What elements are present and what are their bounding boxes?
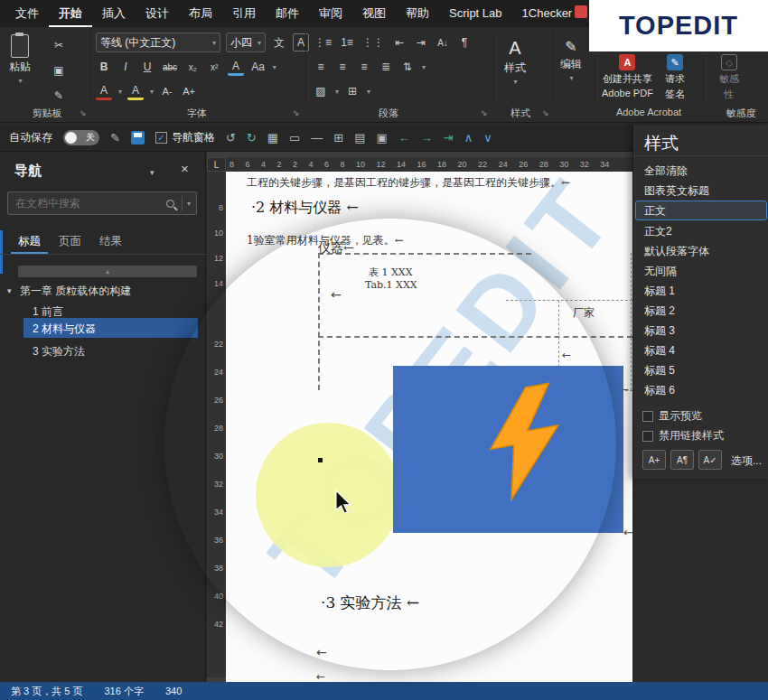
paragraph-launcher-icon[interactable]: ⇘ [481,108,488,117]
font-size-select[interactable]: 小四 ▾ [226,33,266,52]
align-center-icon[interactable]: ≡ [334,58,351,76]
styles-gallery-button[interactable]: A 样式 ▾ [504,38,526,86]
insert-object-icon[interactable]: ▣ [377,131,388,145]
line-spacing-icon[interactable]: ⇅ [399,58,416,76]
grow-font-icon[interactable]: A+ [181,82,197,100]
italic-icon[interactable]: I [117,58,134,76]
font-color-icon[interactable]: A [96,82,112,100]
blue-rectangle-image[interactable] [393,366,623,533]
search-icon[interactable] [166,200,174,208]
collapse-triangle-icon[interactable]: ▾ [7,286,12,295]
font-launcher-icon[interactable]: ⇘ [293,108,300,117]
underline-icon[interactable]: U [139,58,155,76]
tab-script-lab[interactable]: Script Lab [439,0,512,27]
insert-rows-icon[interactable]: ▤ [354,131,365,145]
shrink-font-icon[interactable]: A- [159,82,175,100]
nav-scrollbar[interactable]: ▴ [18,266,197,277]
show-marks-icon[interactable]: ¶ [456,33,473,51]
editing-button[interactable]: ✎ 编辑 ▾ [560,38,582,82]
nav-item-chapter1[interactable]: 第一章 质粒载体的构建 [20,284,131,299]
nav-item-methods[interactable]: 3 实验方法 [33,344,85,359]
create-share-pdf-button[interactable]: A 创建并共享 Adobe PDF [602,54,653,98]
style-heading5[interactable]: 标题 5 [633,360,768,380]
disable-linked-checkbox[interactable] [642,431,653,442]
text-box-icon[interactable]: ▭ [289,131,300,145]
horizontal-ruler[interactable]: 8 6 4 2 2 4 6 8 10 12 14 16 18 20 22 24 … [226,157,632,172]
style-heading1[interactable]: 标题 1 [633,281,768,301]
yellow-circle-shape[interactable] [256,423,400,567]
align-right-icon[interactable]: ≡ [356,58,372,76]
nav-item-materials[interactable]: 2 材料与仪器 [33,322,96,337]
style-heading4[interactable]: 标题 4 [633,341,768,360]
nav-tab-headings[interactable]: 标题 [11,229,48,254]
style-heading2[interactable]: 标题 2 [633,301,768,321]
nav-pane-checkbox[interactable]: ✓ [155,132,167,144]
style-no-spacing[interactable]: 无间隔 [633,261,768,281]
subscript-icon[interactable]: x₂ [184,58,201,76]
tab-1checker[interactable]: 1Checker [512,0,583,27]
style-clear-all[interactable]: 全部清除 [633,161,768,181]
multilevel-list-icon[interactable]: ⋮⋮ [361,33,386,51]
clipboard-launcher-icon[interactable]: ⇘ [80,108,87,117]
tab-stop-selector[interactable]: L [207,157,226,172]
insert-table-icon[interactable]: ⊞ [333,131,343,145]
collapse-icon[interactable]: ∧ [464,131,473,145]
style-body-text[interactable]: 正文 [633,201,768,220]
back-arrow-icon[interactable]: ← [398,131,410,145]
style-heading3[interactable]: 标题 3 [633,321,768,341]
options-link[interactable]: 选项... [731,453,762,469]
tab-view[interactable]: 视图 [352,0,396,27]
font-name-select[interactable]: 等线 (中文正文) ▾ [96,33,220,52]
tab-help[interactable]: 帮助 [396,0,439,27]
draw-table-icon[interactable]: ▦ [267,131,278,145]
borders-icon[interactable]: ⊞ [344,82,361,100]
format-painter-icon[interactable]: ✎ [110,131,120,145]
nav-tab-pages[interactable]: 页面 [52,229,89,254]
selection-handle[interactable] [318,458,323,462]
phonetic-guide-icon[interactable]: 文 [271,33,287,51]
style-default-font[interactable]: 默认段落字体 [633,241,768,261]
style-chart-caption[interactable]: 图表英文标题 [633,181,768,201]
new-style-button[interactable]: A+ [642,450,666,470]
chevron-down-icon[interactable]: ▾ [150,168,155,177]
save-button[interactable] [131,131,145,145]
tab-file[interactable]: 文件 [5,0,49,27]
bullets-icon[interactable]: ⋮≡ [313,33,333,51]
justify-icon[interactable]: ≣ [378,58,394,76]
tab-mailings[interactable]: 邮件 [266,0,309,27]
search-input[interactable] [8,197,166,210]
copy-icon[interactable]: ▣ [51,61,67,79]
tab-layout[interactable]: 布局 [179,0,222,27]
manage-styles-button[interactable]: A✓ [698,450,722,470]
expand-icon[interactable]: ∨ [483,131,492,145]
sensitivity-button[interactable]: ◇ 敏感 性 [719,54,739,101]
tab-review[interactable]: 审阅 [309,0,352,27]
change-case-icon[interactable]: Aa [249,58,267,76]
show-preview-checkbox[interactable] [642,411,653,422]
highlight-icon[interactable]: A [127,82,144,100]
strikethrough-icon[interactable]: abc [161,58,179,76]
character-border-icon[interactable]: A [293,33,309,51]
paste-button[interactable]: 粘贴 ▾ [9,34,31,85]
autosave-toggle[interactable]: 关 [63,130,99,145]
sort-icon[interactable]: A↓ [435,33,451,51]
styles-launcher-icon[interactable]: ⇘ [542,108,549,117]
close-icon[interactable]: × [181,161,189,176]
style-inspector-button[interactable]: A¶ [670,450,694,470]
document-page[interactable]: TOPEDIT 工程的关键步骤，是基因工程的键步骤，是基因工程的关键步骤。← ·… [226,172,632,682]
nav-tab-results[interactable]: 结果 [92,229,129,254]
shading-icon[interactable]: ▨ [313,82,329,100]
undo-icon[interactable]: ↺ [226,131,236,145]
decrease-indent-icon[interactable]: ⇤ [391,33,407,51]
tab-references[interactable]: 引用 [222,0,266,27]
vertical-ruler[interactable]: 8 10 12 14 22 24 26 28 30 32 34 36 38 40… [207,172,226,677]
request-signature-button[interactable]: ✎ 请求 签名 [665,54,685,101]
tab-key-icon[interactable]: ⇥ [444,131,454,145]
word-count[interactable]: 316 个字 [93,685,154,698]
tab-home[interactable]: 开始 [49,0,92,27]
align-left-icon[interactable]: ≡ [313,58,329,76]
superscript-icon[interactable]: x² [206,58,222,76]
forward-arrow-icon[interactable]: → [421,131,433,145]
style-body-text2[interactable]: 正文2 [633,221,768,241]
increase-indent-icon[interactable]: ⇥ [413,33,429,51]
